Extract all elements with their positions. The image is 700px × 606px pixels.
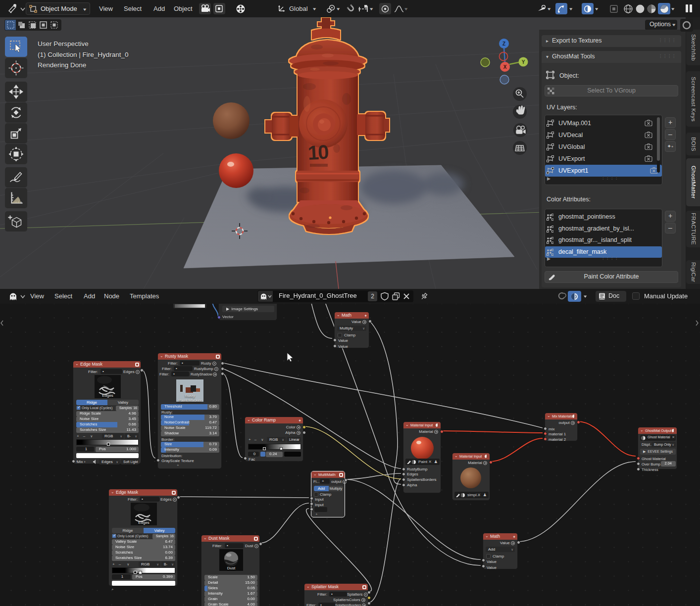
svg-text:Y: Y [522,59,525,65]
svg-text:X: X [503,64,507,70]
svg-text:Z: Z [502,41,505,47]
svg-text:10: 10 [307,141,329,164]
